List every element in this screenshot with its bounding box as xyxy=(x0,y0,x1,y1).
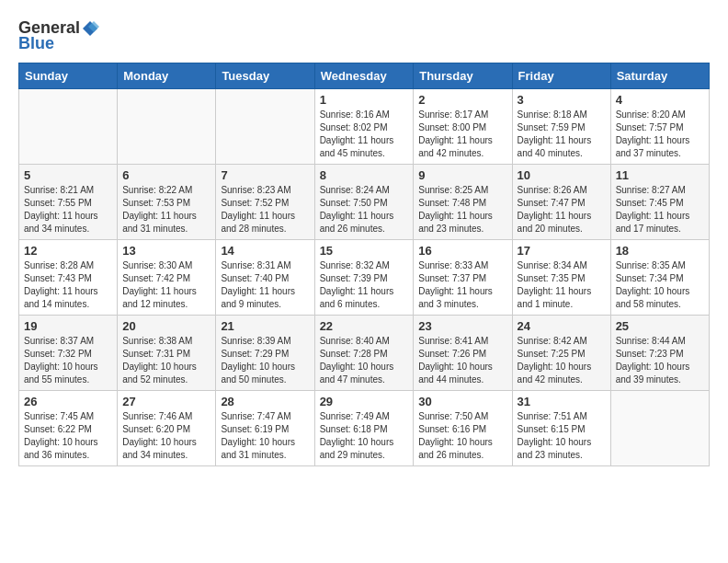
day-number: 12 xyxy=(24,244,112,258)
day-info: Sunrise: 7:50 AM Sunset: 6:16 PM Dayligh… xyxy=(418,410,506,462)
day-info: Sunrise: 8:20 AM Sunset: 7:57 PM Dayligh… xyxy=(616,109,704,160)
calendar-cell: 31Sunrise: 7:51 AM Sunset: 6:15 PM Dayli… xyxy=(512,391,610,466)
calendar-cell: 23Sunrise: 8:41 AM Sunset: 7:26 PM Dayli… xyxy=(414,316,512,391)
calendar-cell: 2Sunrise: 8:17 AM Sunset: 8:00 PM Daylig… xyxy=(414,89,512,165)
day-info: Sunrise: 8:44 AM Sunset: 7:23 PM Dayligh… xyxy=(616,335,704,386)
day-info: Sunrise: 8:18 AM Sunset: 7:59 PM Dayligh… xyxy=(518,109,606,160)
calendar-week-row: 12Sunrise: 8:28 AM Sunset: 7:43 PM Dayli… xyxy=(19,240,710,316)
day-number: 22 xyxy=(320,319,409,333)
day-number: 13 xyxy=(122,244,210,258)
calendar-cell: 28Sunrise: 7:47 AM Sunset: 6:19 PM Dayli… xyxy=(216,391,314,466)
calendar-cell: 15Sunrise: 8:32 AM Sunset: 7:39 PM Dayli… xyxy=(314,240,414,316)
calendar-cell: 11Sunrise: 8:27 AM Sunset: 7:45 PM Dayli… xyxy=(610,165,709,240)
day-number: 24 xyxy=(518,319,606,333)
calendar-cell: 8Sunrise: 8:24 AM Sunset: 7:50 PM Daylig… xyxy=(314,165,414,240)
day-info: Sunrise: 8:25 AM Sunset: 7:48 PM Dayligh… xyxy=(418,184,506,236)
day-info: Sunrise: 8:21 AM Sunset: 7:55 PM Dayligh… xyxy=(24,184,112,236)
calendar-cell: 20Sunrise: 8:38 AM Sunset: 7:31 PM Dayli… xyxy=(118,316,216,391)
day-number: 4 xyxy=(616,93,704,107)
day-number: 23 xyxy=(418,319,506,333)
day-info: Sunrise: 8:37 AM Sunset: 7:32 PM Dayligh… xyxy=(24,335,112,386)
day-number: 7 xyxy=(221,168,309,182)
day-info: Sunrise: 8:17 AM Sunset: 8:00 PM Dayligh… xyxy=(418,109,506,160)
day-info: Sunrise: 7:51 AM Sunset: 6:15 PM Dayligh… xyxy=(518,410,606,462)
day-info: Sunrise: 8:34 AM Sunset: 7:35 PM Dayligh… xyxy=(518,259,606,311)
day-number: 9 xyxy=(418,168,506,182)
day-info: Sunrise: 8:31 AM Sunset: 7:40 PM Dayligh… xyxy=(221,259,309,311)
day-info: Sunrise: 8:39 AM Sunset: 7:29 PM Dayligh… xyxy=(221,335,309,386)
day-number: 15 xyxy=(320,244,409,258)
day-of-week-header: Friday xyxy=(512,63,610,89)
day-of-week-header: Sunday xyxy=(19,63,118,89)
day-info: Sunrise: 8:32 AM Sunset: 7:39 PM Dayligh… xyxy=(320,259,409,311)
day-number: 5 xyxy=(24,168,112,182)
day-number: 29 xyxy=(320,395,409,408)
page-header: General Blue xyxy=(18,18,710,53)
day-of-week-header: Monday xyxy=(118,63,216,89)
calendar-cell: 10Sunrise: 8:26 AM Sunset: 7:47 PM Dayli… xyxy=(512,165,610,240)
calendar-cell: 14Sunrise: 8:31 AM Sunset: 7:40 PM Dayli… xyxy=(216,240,314,316)
calendar-cell: 24Sunrise: 8:42 AM Sunset: 7:25 PM Dayli… xyxy=(512,316,610,391)
day-of-week-header: Wednesday xyxy=(314,63,414,89)
calendar-cell: 5Sunrise: 8:21 AM Sunset: 7:55 PM Daylig… xyxy=(19,165,118,240)
calendar-week-row: 1Sunrise: 8:16 AM Sunset: 8:02 PM Daylig… xyxy=(19,89,710,165)
day-number: 19 xyxy=(24,319,112,333)
day-info: Sunrise: 8:35 AM Sunset: 7:34 PM Dayligh… xyxy=(616,259,704,311)
day-info: Sunrise: 8:33 AM Sunset: 7:37 PM Dayligh… xyxy=(418,259,506,311)
day-number: 20 xyxy=(122,319,210,333)
day-number: 18 xyxy=(616,244,704,258)
day-number: 30 xyxy=(418,395,506,408)
calendar-cell xyxy=(19,89,118,165)
day-number: 17 xyxy=(518,244,606,258)
logo: General Blue xyxy=(18,18,100,53)
calendar-cell: 17Sunrise: 8:34 AM Sunset: 7:35 PM Dayli… xyxy=(512,240,610,316)
logo-icon xyxy=(81,19,99,38)
day-info: Sunrise: 8:28 AM Sunset: 7:43 PM Dayligh… xyxy=(24,259,112,311)
day-number: 25 xyxy=(616,319,704,333)
calendar-cell: 30Sunrise: 7:50 AM Sunset: 6:16 PM Dayli… xyxy=(414,391,512,466)
day-number: 21 xyxy=(221,319,309,333)
calendar-cell: 18Sunrise: 8:35 AM Sunset: 7:34 PM Dayli… xyxy=(610,240,709,316)
calendar-cell: 3Sunrise: 8:18 AM Sunset: 7:59 PM Daylig… xyxy=(512,89,610,165)
day-number: 3 xyxy=(518,93,606,107)
day-info: Sunrise: 8:30 AM Sunset: 7:42 PM Dayligh… xyxy=(122,259,210,311)
calendar-week-row: 19Sunrise: 8:37 AM Sunset: 7:32 PM Dayli… xyxy=(19,316,710,391)
day-info: Sunrise: 8:26 AM Sunset: 7:47 PM Dayligh… xyxy=(518,184,606,236)
day-number: 28 xyxy=(221,395,309,408)
calendar-cell: 22Sunrise: 8:40 AM Sunset: 7:28 PM Dayli… xyxy=(314,316,414,391)
day-info: Sunrise: 8:40 AM Sunset: 7:28 PM Dayligh… xyxy=(320,335,409,386)
calendar-cell: 12Sunrise: 8:28 AM Sunset: 7:43 PM Dayli… xyxy=(19,240,118,316)
day-number: 1 xyxy=(320,93,409,107)
day-info: Sunrise: 8:23 AM Sunset: 7:52 PM Dayligh… xyxy=(221,184,309,236)
calendar-cell xyxy=(610,391,709,466)
calendar-cell: 7Sunrise: 8:23 AM Sunset: 7:52 PM Daylig… xyxy=(216,165,314,240)
day-number: 31 xyxy=(518,395,606,408)
day-info: Sunrise: 8:41 AM Sunset: 7:26 PM Dayligh… xyxy=(418,335,506,386)
day-number: 8 xyxy=(320,168,409,182)
calendar-cell: 19Sunrise: 8:37 AM Sunset: 7:32 PM Dayli… xyxy=(19,316,118,391)
day-info: Sunrise: 7:49 AM Sunset: 6:18 PM Dayligh… xyxy=(320,410,409,462)
day-number: 16 xyxy=(418,244,506,258)
calendar-cell: 6Sunrise: 8:22 AM Sunset: 7:53 PM Daylig… xyxy=(118,165,216,240)
day-info: Sunrise: 8:16 AM Sunset: 8:02 PM Dayligh… xyxy=(320,109,409,160)
logo-blue-text: Blue xyxy=(18,34,54,53)
calendar-table: SundayMondayTuesdayWednesdayThursdayFrid… xyxy=(18,63,710,466)
calendar-cell: 13Sunrise: 8:30 AM Sunset: 7:42 PM Dayli… xyxy=(118,240,216,316)
day-number: 14 xyxy=(221,244,309,258)
day-of-week-header: Tuesday xyxy=(216,63,314,89)
day-number: 10 xyxy=(518,168,606,182)
calendar-cell: 16Sunrise: 8:33 AM Sunset: 7:37 PM Dayli… xyxy=(414,240,512,316)
day-number: 11 xyxy=(616,168,704,182)
calendar-cell: 4Sunrise: 8:20 AM Sunset: 7:57 PM Daylig… xyxy=(610,89,709,165)
calendar-cell: 1Sunrise: 8:16 AM Sunset: 8:02 PM Daylig… xyxy=(314,89,414,165)
calendar-week-row: 26Sunrise: 7:45 AM Sunset: 6:22 PM Dayli… xyxy=(19,391,710,466)
calendar-cell: 27Sunrise: 7:46 AM Sunset: 6:20 PM Dayli… xyxy=(118,391,216,466)
calendar-cell: 29Sunrise: 7:49 AM Sunset: 6:18 PM Dayli… xyxy=(314,391,414,466)
calendar-cell xyxy=(216,89,314,165)
day-info: Sunrise: 8:24 AM Sunset: 7:50 PM Dayligh… xyxy=(320,184,409,236)
calendar-cell: 9Sunrise: 8:25 AM Sunset: 7:48 PM Daylig… xyxy=(414,165,512,240)
day-info: Sunrise: 7:46 AM Sunset: 6:20 PM Dayligh… xyxy=(122,410,210,462)
day-of-week-header: Thursday xyxy=(414,63,512,89)
day-info: Sunrise: 7:47 AM Sunset: 6:19 PM Dayligh… xyxy=(221,410,309,462)
day-number: 2 xyxy=(418,93,506,107)
